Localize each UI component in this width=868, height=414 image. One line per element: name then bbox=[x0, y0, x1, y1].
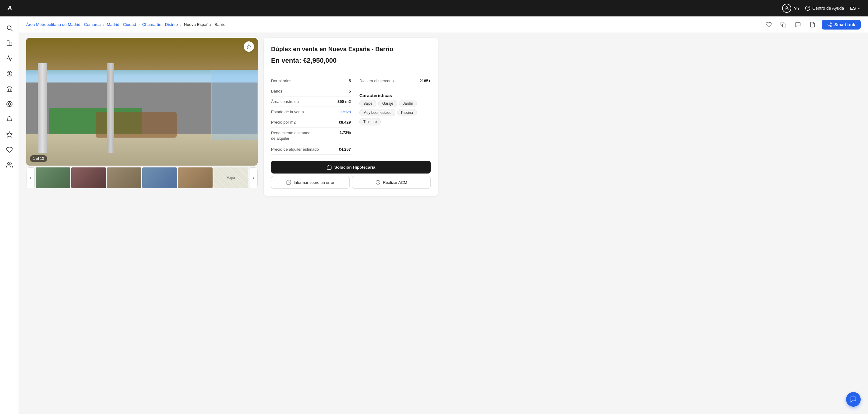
svg-line-22 bbox=[829, 24, 830, 24]
area-value: 350 m2 bbox=[337, 99, 351, 104]
alquiler-row: Precio de alquiler estimado €4,257 bbox=[271, 144, 351, 155]
acm-icon bbox=[375, 180, 380, 185]
user-menu[interactable]: Yo bbox=[782, 4, 799, 13]
breadcrumb-sep-1: › bbox=[103, 23, 104, 27]
breadcrumb-actions: SmartLink bbox=[763, 19, 861, 30]
thumb-prev-button[interactable]: ‹ bbox=[26, 167, 35, 188]
svg-line-21 bbox=[829, 25, 830, 26]
property-details: Dúplex en venta en Nueva España - Barrio… bbox=[264, 38, 438, 196]
dias-label: Días en el mercado bbox=[360, 78, 394, 83]
sidebar-item-analytics[interactable] bbox=[3, 52, 16, 65]
alquiler-value: €4,257 bbox=[339, 147, 351, 152]
rendimiento-row: Rendimiento estimado de alquiler 1.73% bbox=[271, 128, 351, 144]
property-tags: Bajos Garaje Jardín Muy buen estado Pisc… bbox=[360, 100, 431, 128]
precio-m2-row: Precio por m2 €8,429 bbox=[271, 117, 351, 128]
main-image-container: 1 of 13 bbox=[26, 38, 258, 166]
top-navigation: A Yo Centro de Ayuda ES bbox=[0, 0, 868, 17]
help-icon bbox=[805, 5, 810, 11]
error-button[interactable]: Informar sobre un error bbox=[271, 176, 350, 189]
main-property-image bbox=[26, 38, 258, 166]
rendimiento-value: 1.73% bbox=[340, 130, 351, 135]
mortgage-button[interactable]: Solución Hipotecaria bbox=[271, 161, 431, 173]
svg-point-18 bbox=[830, 23, 832, 24]
thumbnail-5[interactable] bbox=[178, 167, 213, 188]
dias-value: 2185+ bbox=[420, 78, 431, 83]
language-selector[interactable]: ES bbox=[850, 6, 861, 11]
edit-icon bbox=[286, 180, 291, 185]
caracteristicas-section: Características Bajos Garaje Jardín Muy … bbox=[360, 86, 431, 128]
svg-point-20 bbox=[830, 25, 832, 27]
sidebar-item-partners[interactable] bbox=[3, 143, 16, 156]
image-counter: 1 of 13 bbox=[30, 155, 47, 162]
dormitorios-label: Dormitorios bbox=[271, 78, 291, 83]
dormitorios-value: 5 bbox=[349, 78, 351, 83]
precio-m2-label: Precio por m2 bbox=[271, 120, 296, 125]
estado-label: Estado de la venta bbox=[271, 109, 304, 114]
acm-button[interactable]: Realizar ACM bbox=[352, 176, 431, 189]
sidebar-item-invest[interactable] bbox=[3, 97, 16, 111]
breadcrumb-items: Área Metropolitana de Madrid - Comarca ›… bbox=[26, 22, 225, 27]
sidebar-item-notifications[interactable] bbox=[3, 113, 16, 126]
house-icon bbox=[327, 164, 332, 170]
tag-bajos: Bajos bbox=[360, 100, 376, 107]
svg-line-4 bbox=[11, 29, 12, 31]
thumbnail-4[interactable] bbox=[142, 167, 177, 188]
precio-m2-value: €8,429 bbox=[339, 120, 351, 125]
sidebar-item-search[interactable] bbox=[3, 21, 16, 35]
thumbnail-strip: ‹ Mapa › bbox=[26, 167, 258, 188]
dormitorios-row: Dormitorios 5 bbox=[271, 76, 351, 86]
estado-row: Estado de la venta activo bbox=[271, 107, 351, 117]
tag-buen-estado: Muy buen estado bbox=[360, 109, 395, 116]
banos-label: Baños bbox=[271, 89, 282, 93]
breadcrumb-link-comarca[interactable]: Área Metropolitana de Madrid - Comarca bbox=[26, 22, 101, 27]
favorite-button[interactable] bbox=[244, 41, 254, 52]
svg-marker-23 bbox=[247, 44, 251, 49]
breadcrumb-link-ciudad[interactable]: Madrid - Ciudad bbox=[107, 22, 136, 27]
svg-rect-6 bbox=[9, 42, 12, 46]
sidebar-item-buildings[interactable] bbox=[3, 36, 16, 50]
property-price: En venta: €2,950,000 bbox=[271, 57, 431, 65]
help-label: Centro de Ayuda bbox=[812, 6, 844, 11]
nav-right: Yo Centro de Ayuda ES bbox=[782, 4, 861, 13]
favorite-bc-icon[interactable] bbox=[763, 19, 774, 30]
sidebar-item-users[interactable] bbox=[3, 158, 16, 172]
thumbnail-3[interactable] bbox=[107, 167, 142, 188]
banos-row: Baños 5 bbox=[271, 86, 351, 96]
sidebar-item-home[interactable] bbox=[3, 82, 16, 96]
thumbnail-2[interactable] bbox=[71, 167, 106, 188]
breadcrumb-sep-2: › bbox=[138, 23, 140, 27]
area-label: Área construida bbox=[271, 99, 299, 104]
area-row: Área construida 350 m2 bbox=[271, 96, 351, 107]
dias-row: Días en el mercado 2185+ bbox=[360, 76, 431, 86]
thumbnail-images: Mapa bbox=[36, 167, 248, 188]
breadcrumb: Área Metropolitana de Madrid - Comarca ›… bbox=[19, 17, 868, 33]
svg-point-3 bbox=[7, 26, 11, 30]
document-bc-icon[interactable] bbox=[807, 19, 818, 30]
svg-rect-5 bbox=[7, 41, 9, 46]
banos-value: 5 bbox=[349, 89, 351, 93]
rendimiento-label: Rendimiento estimado de alquiler bbox=[271, 130, 314, 141]
thumb-next-button[interactable]: › bbox=[249, 167, 258, 188]
sidebar-item-finance[interactable] bbox=[3, 67, 16, 81]
action-buttons: Solución Hipotecaria Informar sobre un e… bbox=[271, 161, 431, 189]
breadcrumb-current: Nueva España - Barrio bbox=[184, 22, 226, 27]
details-left: Dormitorios 5 Baños 5 Área construida 35… bbox=[271, 76, 351, 155]
thumbnail-map[interactable]: Mapa bbox=[214, 167, 248, 188]
share-icon bbox=[827, 22, 832, 27]
tag-jardin: Jardín bbox=[399, 100, 417, 107]
tag-piscina: Piscina bbox=[397, 109, 417, 116]
sidebar bbox=[0, 17, 19, 201]
thumbnail-1[interactable] bbox=[36, 167, 70, 188]
svg-point-19 bbox=[828, 24, 829, 25]
smartlink-button[interactable]: SmartLink bbox=[822, 20, 861, 30]
breadcrumb-sep-3: › bbox=[180, 23, 182, 27]
estado-value: activo bbox=[341, 109, 351, 114]
user-avatar-icon bbox=[782, 4, 791, 13]
sidebar-item-favorites[interactable] bbox=[3, 128, 16, 141]
help-link[interactable]: Centro de Ayuda bbox=[805, 5, 844, 11]
message-bc-icon[interactable] bbox=[793, 19, 803, 30]
property-title: Dúplex en venta en Nueva España - Barrio bbox=[271, 45, 431, 53]
breadcrumb-link-distrito[interactable]: Chamartín - Distrito bbox=[142, 22, 178, 27]
svg-point-10 bbox=[8, 103, 10, 105]
copy-bc-icon[interactable] bbox=[778, 19, 789, 30]
